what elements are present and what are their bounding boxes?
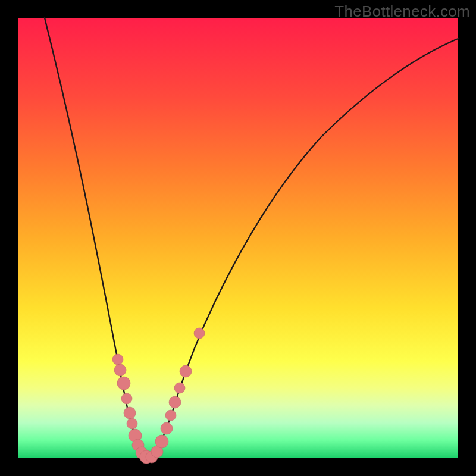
data-point bbox=[117, 377, 130, 390]
plot-area bbox=[18, 18, 458, 458]
data-points-group bbox=[112, 328, 205, 464]
data-point bbox=[127, 418, 137, 429]
data-point bbox=[155, 435, 168, 448]
bottleneck-curve bbox=[45, 18, 458, 458]
data-point bbox=[112, 354, 123, 365]
data-point bbox=[124, 407, 136, 419]
data-point bbox=[194, 328, 205, 339]
curve-svg bbox=[18, 18, 458, 461]
data-point bbox=[169, 396, 181, 408]
data-point bbox=[121, 393, 132, 404]
data-point bbox=[180, 365, 192, 377]
data-point bbox=[165, 410, 176, 421]
chart-frame: TheBottleneck.com bbox=[0, 0, 476, 476]
data-point bbox=[174, 383, 185, 393]
data-point bbox=[114, 364, 126, 376]
data-point bbox=[161, 422, 173, 434]
